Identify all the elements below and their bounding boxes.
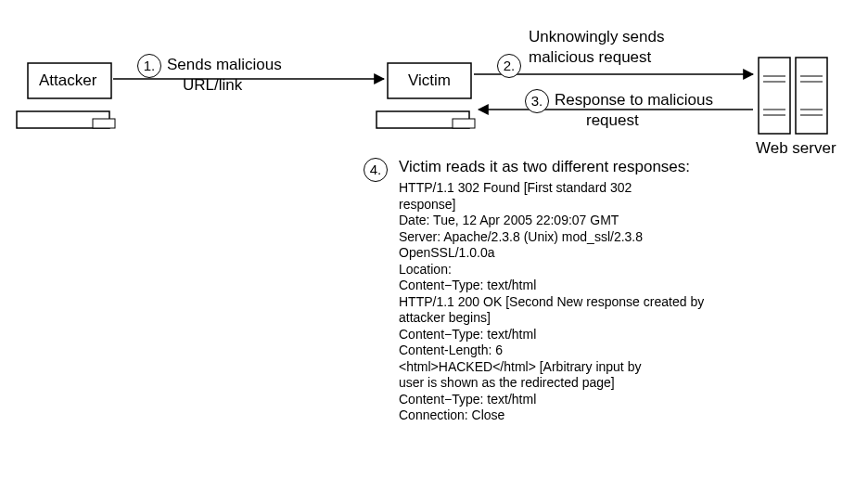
webserver-label: Web server: [756, 139, 836, 158]
http-l06: Location:: [399, 262, 704, 278]
http-l04: Server: Apache/2.3.8 (Unix) mod_ssl/2.3.…: [399, 229, 704, 246]
step2-text-l1: Unknowingly sends: [529, 28, 664, 46]
http-l03: Date: Tue, 12 Apr 2005 22:09:07 GMT: [399, 213, 704, 229]
step2-number: 2.: [497, 54, 521, 78]
step1-text-l1: Sends malicious: [167, 56, 282, 74]
webserver-icon: [759, 58, 827, 134]
svg-rect-11: [796, 58, 827, 134]
svg-rect-2: [93, 119, 115, 128]
http-l12: <html>HACKED</html> [Arbitrary input by: [399, 359, 704, 376]
step2-text-l2: malicious request: [529, 48, 651, 67]
diagram-stage: Attacker Victim Web server 1. Sends mali…: [0, 0, 868, 504]
svg-rect-6: [759, 58, 790, 134]
http-l13: user is shown as the redirected page]: [399, 375, 704, 392]
http-l08: HTTP/1.1 200 OK [Second New response cre…: [399, 294, 704, 311]
victim-label: Victim: [408, 71, 451, 90]
step4-title: Victim reads it as two different respons…: [399, 158, 704, 176]
http-l01: HTTP/1.1 302 Found [First standard 302: [399, 180, 704, 197]
step3-text-l2: request: [586, 111, 639, 130]
step3-text-l1: Response to malicious: [555, 91, 713, 110]
http-l10: Content−Type: text/html: [399, 327, 704, 343]
attacker-label: Attacker: [39, 71, 96, 90]
http-l14: Content−Type: text/html: [399, 392, 704, 408]
step4-block: Victim reads it as two different respons…: [399, 158, 704, 424]
http-l07: Content−Type: text/html: [399, 278, 704, 294]
http-l09: attacker begins]: [399, 310, 704, 327]
step3-number: 3.: [525, 89, 549, 113]
http-l05: OpenSSL/1.0.0a: [399, 245, 704, 262]
svg-rect-5: [453, 119, 475, 128]
step1-number: 1.: [137, 54, 161, 78]
http-l15: Connection: Close: [399, 407, 704, 424]
http-l02: response]: [399, 197, 704, 213]
step4-number: 4.: [364, 158, 388, 182]
http-l11: Content-Length: 6: [399, 342, 704, 359]
step1-text-l2: URL/link: [183, 76, 242, 95]
